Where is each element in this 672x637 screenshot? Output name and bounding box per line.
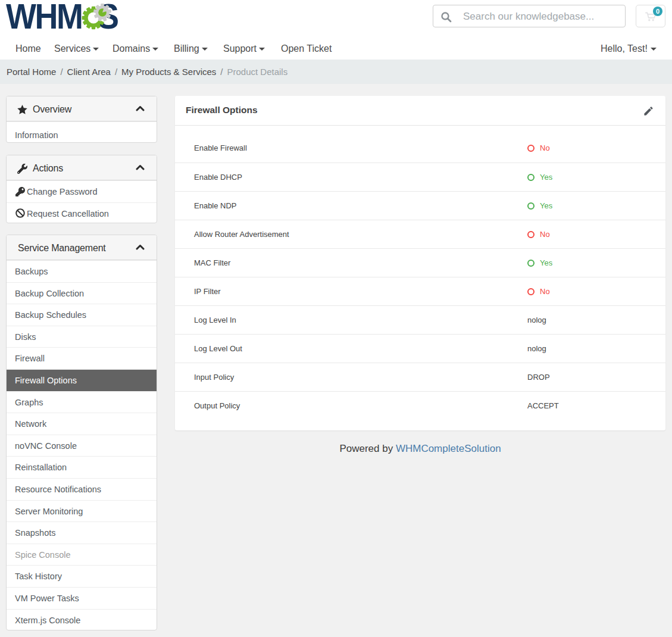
svg-text:WHM: WHM: [6, 0, 82, 36]
